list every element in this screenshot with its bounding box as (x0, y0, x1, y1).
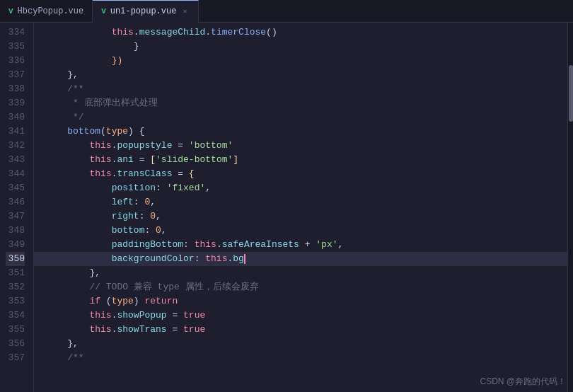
code-line: bottom(type) { (34, 125, 567, 139)
token-op: + (299, 238, 316, 252)
token-punct: : (183, 238, 195, 252)
token-kw: true (183, 309, 205, 323)
token-text-white (45, 294, 89, 309)
token-punct: : (134, 195, 145, 209)
close-tab-button[interactable]: ✕ (180, 6, 189, 16)
token-prop: bg (233, 252, 244, 266)
code-line: /** (34, 351, 567, 365)
line-number: 339 (6, 96, 25, 110)
token-prop: messageChild (139, 25, 206, 40)
line-number: 351 (6, 266, 25, 280)
token-comment-special: /** (45, 351, 84, 365)
code-line: } (34, 40, 567, 54)
token-punct: , (205, 181, 211, 195)
token-num: 0 (156, 224, 161, 238)
token-op: = (167, 309, 183, 323)
line-number: 343 (6, 153, 25, 167)
token-punct: . (134, 25, 139, 40)
scrollbar[interactable] (567, 23, 573, 392)
line-number: 352 (6, 280, 25, 294)
token-punct: . (216, 238, 222, 252)
code-line: paddingBottom: this.safeAreaInsets + 'px… (34, 238, 567, 252)
token-op: = (167, 323, 183, 337)
token-text-white (45, 209, 112, 224)
token-text-white: }, (45, 266, 100, 280)
token-punct: , (156, 209, 161, 224)
line-number: 340 (6, 110, 25, 125)
watermark: CSDN @奔跑的代码！ (480, 376, 566, 388)
token-kw: this (45, 153, 112, 167)
vue-icon: V (8, 7, 13, 16)
token-punct: , (150, 195, 156, 209)
token-op: = (172, 139, 188, 153)
token-prop: paddingBottom (112, 238, 183, 252)
token-comment-special: /** (45, 82, 84, 96)
token-str: 'fixed' (167, 181, 206, 195)
token-punct: ( (100, 294, 112, 309)
line-number: 336 (6, 54, 25, 68)
token-num: 0 (144, 195, 150, 209)
line-number: 353 (6, 294, 25, 309)
token-fn: bottom (45, 125, 100, 139)
line-number: 345 (6, 181, 25, 195)
line-numbers: 3343353363373383393403413423433443453463… (0, 23, 34, 392)
token-str: 'bottom' (189, 139, 233, 153)
token-punct: . (112, 139, 117, 153)
tab-uni[interactable]: V uni-popup.vue ✕ (93, 0, 198, 23)
token-bracket-orange: }) (112, 54, 123, 68)
line-number: 341 (6, 125, 25, 139)
code-line: position: 'fixed', (34, 181, 567, 195)
token-prop: right (112, 209, 139, 224)
editor-area: 3343353363373383393403413423433443453463… (0, 23, 573, 392)
token-param: type (112, 294, 134, 309)
token-punct: ) (134, 294, 145, 309)
token-str: 'px' (316, 238, 337, 252)
token-kw: if (89, 294, 100, 309)
token-text-white (45, 224, 112, 238)
line-number: 357 (6, 351, 25, 365)
code-line: bottom: 0, (34, 224, 567, 238)
line-number: 350 (6, 252, 25, 266)
line-number: 338 (6, 82, 25, 96)
line-number: 354 (6, 309, 25, 323)
token-kw: this (45, 309, 112, 323)
token-text-white: }, (45, 337, 79, 351)
editor-container: V HbcyPopup.vue V uni-popup.vue ✕ 334335… (0, 0, 573, 392)
line-number: 348 (6, 224, 25, 238)
token-op: = (172, 167, 188, 181)
token-punct: . (112, 323, 117, 337)
line-number: 342 (6, 139, 25, 153)
scroll-thumb[interactable] (569, 65, 573, 122)
token-comment-special: * 底部弹出样式处理 (45, 96, 158, 110)
token-prop: showPopup (117, 309, 166, 323)
line-number: 346 (6, 195, 25, 209)
code-line: }, (34, 337, 567, 351)
token-punct: . (112, 309, 117, 323)
code-line: this.showTrans = true (34, 323, 567, 337)
token-text-white (45, 252, 112, 266)
token-bracket-yellow: { (189, 167, 195, 181)
code-line: /** (34, 82, 567, 96)
token-punct: . (205, 25, 211, 40)
token-punct: : (195, 252, 206, 266)
token-str: 'slide-bottom' (156, 153, 233, 167)
code-line: this.popupstyle = 'bottom' (34, 139, 567, 153)
token-punct: , (338, 238, 344, 252)
code-line: left: 0, (34, 195, 567, 209)
token-kw: this (45, 323, 112, 337)
text-cursor (244, 254, 245, 264)
code-area[interactable]: this.messageChild.timerClose() } }) }, /… (34, 23, 567, 392)
token-comment: // TODO 兼容 type 属性，后续会废弃 (45, 280, 259, 294)
token-prop: transClass (117, 167, 172, 181)
token-kw: return (144, 294, 178, 309)
token-punct: } (134, 40, 139, 54)
token-text-white (45, 195, 112, 209)
token-kw: this (205, 252, 227, 266)
token-prop: popupstyle (117, 139, 172, 153)
token-punct: . (227, 252, 233, 266)
code-line: this.messageChild.timerClose() (34, 25, 567, 40)
token-punct: : (144, 224, 156, 238)
token-prop: backgroundColor (112, 252, 195, 266)
line-number: 335 (6, 40, 25, 54)
tab-hbcy[interactable]: V HbcyPopup.vue (0, 0, 93, 23)
